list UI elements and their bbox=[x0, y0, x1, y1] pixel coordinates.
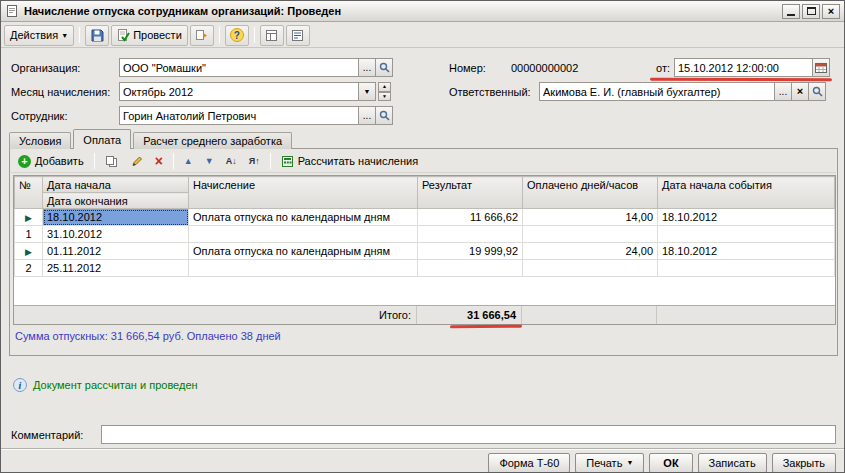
delete-row-button[interactable]: × bbox=[150, 151, 168, 171]
tab-payment[interactable]: Оплата bbox=[73, 129, 131, 149]
number-value[interactable]: 00000000002 bbox=[511, 58, 641, 77]
row-marker-cell[interactable]: ▶ bbox=[15, 243, 43, 260]
organization-ellipsis-button[interactable]: ... bbox=[359, 58, 376, 77]
cell-date-end[interactable]: 31.10.2012 bbox=[43, 226, 189, 243]
responsible-ellipsis-button[interactable]: ... bbox=[775, 82, 792, 101]
actions-button[interactable]: Действия ▼ bbox=[4, 25, 74, 46]
calculate-label: Рассчитать начисления bbox=[298, 155, 419, 167]
title-bar[interactable]: Начисление отпуска сотрудникам организац… bbox=[1, 1, 844, 22]
tab-label: Расчет среднего заработка bbox=[143, 135, 282, 147]
table-row[interactable]: ▶ 01.11.2012 Оплата отпуска по календарн… bbox=[15, 243, 835, 260]
employee-field-row: Сотрудник: ... bbox=[11, 106, 393, 125]
employee-lookup-button[interactable] bbox=[376, 106, 393, 125]
cell-accrual[interactable]: Оплата отпуска по календарным дням bbox=[189, 209, 418, 226]
edit-row-button[interactable] bbox=[125, 151, 148, 171]
ok-button[interactable]: ОК bbox=[649, 453, 692, 473]
minimize-button[interactable] bbox=[782, 4, 800, 19]
cell-date-start[interactable]: 01.11.2012 bbox=[43, 243, 189, 260]
page-title: Начисление отпуска сотрудникам организац… bbox=[24, 5, 777, 17]
row-marker-cell[interactable]: ▶ bbox=[15, 209, 43, 226]
total-spacer bbox=[522, 306, 657, 324]
cell-event-date[interactable] bbox=[658, 260, 835, 277]
spin-up-button[interactable]: ▲ bbox=[378, 82, 391, 92]
cell-result[interactable]: 11 666,62 bbox=[418, 209, 523, 226]
cell-paid[interactable]: 14,00 bbox=[523, 209, 658, 226]
help-icon: ? bbox=[230, 28, 244, 42]
accrual-month-dropdown-button[interactable]: ▼ bbox=[359, 82, 376, 101]
cell-paid[interactable]: 24,00 bbox=[523, 243, 658, 260]
form-t60-button[interactable]: Форма Т-60 bbox=[488, 453, 570, 473]
table-row[interactable]: ▶ 18.10.2012 Оплата отпуска по календарн… bbox=[15, 209, 835, 226]
sort-descending-icon: Я↑ bbox=[249, 157, 260, 166]
save-button[interactable]: Записать bbox=[698, 453, 767, 473]
cell-event-date[interactable]: 18.10.2012 bbox=[658, 243, 835, 260]
copy-row-button[interactable] bbox=[100, 151, 123, 171]
responsible-lookup-button[interactable] bbox=[809, 82, 826, 101]
cell-accrual[interactable] bbox=[189, 260, 418, 277]
employee-ellipsis-button[interactable]: ... bbox=[359, 106, 376, 125]
column-header-result[interactable]: Результат bbox=[418, 177, 523, 209]
move-down-button[interactable]: ▼ bbox=[200, 151, 219, 171]
sort-ascending-button[interactable]: А↓ bbox=[221, 151, 242, 171]
close-window-button[interactable]: Закрыть bbox=[772, 453, 836, 473]
post-document-icon bbox=[117, 29, 130, 42]
cell-date-start[interactable]: 18.10.2012 bbox=[43, 209, 189, 226]
floppy-icon bbox=[91, 29, 104, 42]
column-header-num[interactable]: № bbox=[15, 177, 43, 209]
tab-average-earnings[interactable]: Расчет среднего заработка bbox=[133, 132, 292, 149]
cell-result[interactable]: 19 999,92 bbox=[418, 243, 523, 260]
cell-result[interactable] bbox=[418, 260, 523, 277]
column-header-paid-days[interactable]: Оплачено дней/часов bbox=[523, 177, 658, 209]
list-settings-icon-button[interactable] bbox=[260, 25, 284, 46]
clear-icon: × bbox=[797, 86, 803, 97]
accrual-month-input[interactable] bbox=[119, 82, 359, 101]
row-marker-icon: ▶ bbox=[25, 213, 32, 223]
save-icon-button[interactable] bbox=[85, 25, 109, 46]
responsible-clear-button[interactable]: × bbox=[792, 82, 809, 101]
toolbar-separator bbox=[270, 153, 271, 169]
payment-tab-panel: + Добавить × ▲ ▼ А↓ Я↑ Рассчитать начисл… bbox=[9, 148, 838, 356]
organization-lookup-button[interactable] bbox=[376, 58, 393, 77]
spin-down-button[interactable]: ▼ bbox=[378, 92, 391, 102]
maximize-button[interactable] bbox=[802, 4, 820, 19]
cell-paid[interactable] bbox=[523, 226, 658, 243]
responsible-label: Ответственный: bbox=[449, 86, 539, 98]
cell-event-date[interactable] bbox=[658, 226, 835, 243]
employee-input[interactable] bbox=[119, 106, 359, 125]
movements-icon-button[interactable] bbox=[190, 25, 214, 46]
total-spacer bbox=[657, 306, 835, 324]
responsible-field-row: Ответственный: ... × bbox=[449, 82, 826, 101]
main-toolbar: Действия ▼ Провести ? bbox=[1, 23, 844, 48]
sort-ascending-icon: А↓ bbox=[226, 157, 237, 166]
cell-row-number[interactable]: 2 bbox=[15, 260, 43, 277]
date-calendar-button[interactable] bbox=[813, 58, 830, 77]
table-row[interactable]: 1 31.10.2012 bbox=[15, 226, 835, 243]
move-up-button[interactable]: ▲ bbox=[179, 151, 198, 171]
column-header-event-date[interactable]: Дата начала события bbox=[658, 177, 835, 209]
print-button[interactable]: Печать ▼ bbox=[575, 453, 644, 473]
comment-input[interactable] bbox=[101, 425, 836, 444]
column-header-date-start[interactable]: Дата начала bbox=[43, 177, 189, 193]
organization-input[interactable] bbox=[119, 58, 359, 77]
table-row[interactable]: 2 25.11.2012 bbox=[15, 260, 835, 277]
help-button[interactable]: ? bbox=[225, 25, 249, 46]
cell-event-date[interactable]: 18.10.2012 bbox=[658, 209, 835, 226]
calculate-accruals-button[interactable]: Рассчитать начисления bbox=[276, 151, 424, 171]
cell-accrual[interactable]: Оплата отпуска по календарным дням bbox=[189, 243, 418, 260]
cell-paid[interactable] bbox=[523, 260, 658, 277]
form-settings-icon-button[interactable] bbox=[286, 25, 310, 46]
responsible-input[interactable] bbox=[539, 82, 775, 101]
add-row-button[interactable]: + Добавить bbox=[13, 151, 89, 171]
post-button[interactable]: Провести bbox=[111, 25, 188, 46]
cell-result[interactable] bbox=[418, 226, 523, 243]
cell-accrual[interactable] bbox=[189, 226, 418, 243]
date-input[interactable] bbox=[674, 58, 813, 77]
column-header-date-end[interactable]: Дата окончания bbox=[43, 193, 189, 209]
tab-conditions[interactable]: Условия bbox=[9, 132, 71, 149]
cell-row-number[interactable]: 1 bbox=[15, 226, 43, 243]
column-header-accrual[interactable]: Начисление bbox=[189, 177, 418, 209]
sort-descending-button[interactable]: Я↑ bbox=[244, 151, 265, 171]
close-button[interactable]: × bbox=[822, 4, 840, 19]
cell-date-end[interactable]: 25.11.2012 bbox=[43, 260, 189, 277]
status-row: i Документ рассчитан и проведен bbox=[13, 378, 198, 392]
